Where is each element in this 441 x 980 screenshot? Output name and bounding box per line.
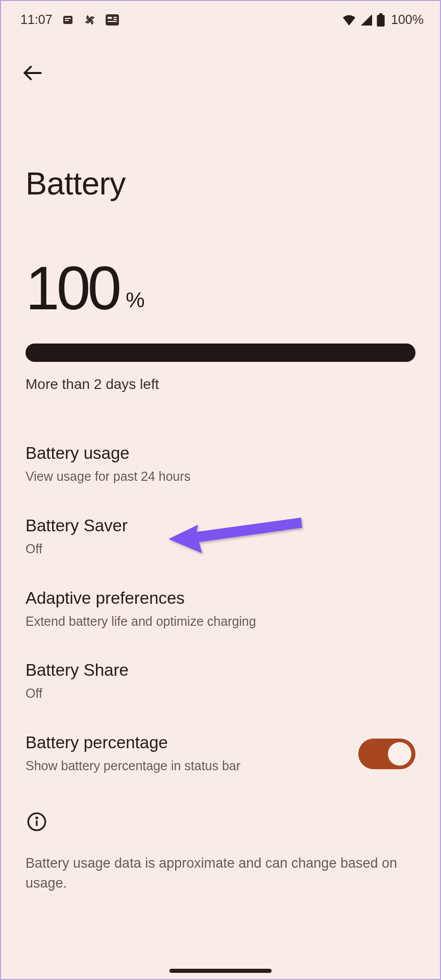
svg-rect-7: [108, 21, 117, 22]
cellular-icon: [360, 14, 373, 26]
page-title: Battery: [26, 165, 440, 202]
list-item-adaptive-preferences[interactable]: Adaptive preferences Extend battery life…: [1, 573, 440, 646]
arrow-left-icon: [22, 62, 43, 84]
info-text: Battery usage data is approximate and ca…: [26, 853, 415, 893]
item-title: Battery Saver: [26, 516, 415, 535]
battery-icon: [377, 13, 385, 27]
svg-rect-5: [113, 17, 117, 18]
item-subtitle: Extend battery life and optimize chargin…: [26, 613, 415, 630]
battery-level-number: 100: [26, 253, 118, 323]
news-icon: [106, 14, 119, 26]
svg-point-13: [36, 817, 37, 818]
settings-list: Battery usage View usage for past 24 hou…: [1, 428, 440, 790]
navigation-handle[interactable]: [169, 969, 272, 973]
status-bar-right: 100%: [342, 12, 424, 27]
list-item-battery-percentage[interactable]: Battery percentage Show battery percenta…: [1, 718, 440, 790]
messages-icon: [62, 14, 74, 26]
svg-rect-6: [113, 19, 117, 20]
item-subtitle: Off: [26, 541, 415, 558]
item-subtitle: Off: [26, 685, 415, 702]
battery-percentage-toggle[interactable]: [358, 739, 415, 769]
status-bar: 11:07 100%: [1, 1, 440, 32]
status-time: 11:07: [20, 12, 53, 27]
item-title: Battery Share: [26, 660, 415, 680]
svg-rect-2: [65, 20, 69, 21]
pinwheel-icon: [83, 13, 96, 27]
item-subtitle: View usage for past 24 hours: [26, 468, 415, 485]
item-subtitle: Show battery percentage in status bar: [26, 757, 240, 775]
wifi-icon: [342, 14, 356, 26]
list-item-battery-saver[interactable]: Battery Saver Off: [1, 501, 440, 573]
item-title: Battery usage: [26, 444, 415, 463]
info-section: Battery usage data is approximate and ca…: [1, 811, 440, 893]
battery-percent-symbol: %: [126, 288, 144, 312]
battery-progress-bar: [26, 344, 415, 362]
item-title: Battery percentage: [26, 733, 240, 752]
svg-rect-4: [108, 17, 112, 19]
list-item-battery-share[interactable]: Battery Share Off: [1, 645, 440, 718]
svg-rect-9: [379, 13, 383, 15]
svg-rect-1: [65, 18, 71, 19]
battery-estimate: More than 2 days left: [26, 376, 415, 393]
info-icon: [26, 811, 48, 833]
svg-rect-8: [377, 15, 384, 27]
status-battery-text: 100%: [391, 12, 424, 27]
back-button[interactable]: [17, 58, 48, 88]
toggle-knob: [388, 742, 411, 766]
status-bar-left: 11:07: [20, 12, 119, 27]
svg-rect-3: [106, 14, 119, 26]
list-item-battery-usage[interactable]: Battery usage View usage for past 24 hou…: [1, 428, 440, 501]
battery-level-block: 100 % More than 2 days left: [26, 253, 415, 393]
item-title: Adaptive preferences: [26, 589, 415, 608]
